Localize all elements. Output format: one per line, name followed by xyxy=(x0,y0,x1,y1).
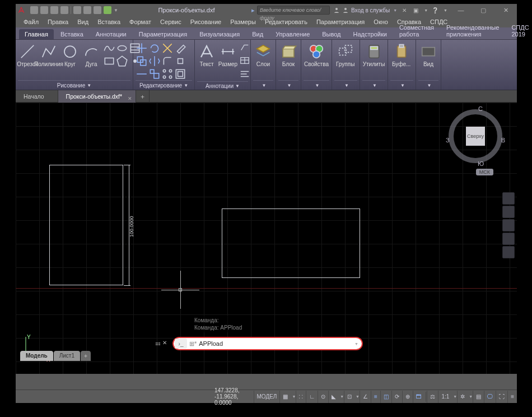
view-button[interactable]: Вид xyxy=(418,42,438,68)
menu-view[interactable]: Вид xyxy=(73,16,93,27)
tab-addons[interactable]: Надстройки xyxy=(348,29,393,39)
search-icon[interactable]: ▸ xyxy=(251,7,255,14)
close-button[interactable]: ✕ xyxy=(494,4,517,16)
apps-icon[interactable]: ▣ xyxy=(412,6,419,14)
rect-icon[interactable] xyxy=(103,55,115,67)
qat-redo-icon[interactable] xyxy=(94,6,101,14)
nav-showmotion-icon[interactable] xyxy=(502,246,515,258)
annoscale-icon[interactable]: ⚖ xyxy=(427,391,438,403)
qat-share-icon[interactable] xyxy=(104,6,111,14)
exchange-icon[interactable]: ✕ xyxy=(400,6,408,14)
doctab-add[interactable]: ＋ xyxy=(136,90,150,103)
menu-dim[interactable]: Размеры xyxy=(226,16,260,27)
tab-home[interactable]: Главная xyxy=(19,29,54,39)
mirror-icon[interactable] xyxy=(148,55,161,67)
gear-icon[interactable]: ✲ xyxy=(457,391,468,403)
panel-draw-label[interactable]: Рисование▼ xyxy=(18,80,130,90)
viewcube-north[interactable]: С xyxy=(478,105,483,112)
qat-plot-icon[interactable] xyxy=(73,6,81,14)
text-button[interactable]: Текст xyxy=(197,42,216,68)
spline-icon[interactable] xyxy=(103,42,115,54)
trim-icon[interactable] xyxy=(161,42,174,54)
tab-annot[interactable]: Аннотации xyxy=(90,29,132,39)
scale-readout[interactable]: 1:1 xyxy=(438,391,452,403)
scale-icon[interactable] xyxy=(148,68,161,80)
tab-output[interactable]: Вывод xyxy=(316,29,346,39)
offset-icon[interactable] xyxy=(174,68,186,80)
viewcube-south[interactable]: Ю xyxy=(478,160,484,167)
monitor-icon[interactable]: 🖵 xyxy=(484,391,496,403)
groups-button[interactable]: Группы xyxy=(334,42,356,68)
drag-handle-icon[interactable] xyxy=(156,339,161,349)
qat-open-icon[interactable] xyxy=(40,6,48,14)
search-input[interactable]: Введите ключевое слово/фразу xyxy=(257,6,330,15)
quickprops-icon[interactable]: 🗔 xyxy=(413,391,424,403)
viewcube[interactable]: Сверху С Ю В З xyxy=(447,108,503,164)
lineweight-icon[interactable]: ≡ xyxy=(371,391,380,403)
nav-pan-icon[interactable] xyxy=(502,206,515,218)
layout-tab-add[interactable]: ＋ xyxy=(81,351,91,361)
dyn-input-icon[interactable]: ⊕ xyxy=(402,391,413,403)
signin-button[interactable]: Вход в службы▼ xyxy=(330,7,400,13)
fillet-icon[interactable] xyxy=(161,55,174,67)
cycling-icon[interactable]: ⟳ xyxy=(391,391,402,403)
menu-param[interactable]: Параметризация xyxy=(312,16,369,27)
copy-icon[interactable] xyxy=(136,55,148,67)
table-icon[interactable] xyxy=(240,55,250,68)
menu-format[interactable]: Формат xyxy=(125,16,156,27)
osnap-toggle-icon[interactable]: ⊡ xyxy=(344,391,354,403)
panel-annot-label[interactable]: Аннотации▼ xyxy=(197,81,248,90)
arc-button[interactable]: Дуга xyxy=(82,42,101,68)
menu-modify[interactable]: Редактировать xyxy=(260,16,312,27)
nav-wheel-icon[interactable] xyxy=(502,192,515,205)
array-icon[interactable] xyxy=(161,68,174,80)
utils-button[interactable]: Утилиты xyxy=(362,42,385,68)
tab-insert[interactable]: Вставка xyxy=(55,29,89,39)
viewcube-west[interactable]: З xyxy=(446,137,450,143)
poly-icon[interactable] xyxy=(116,55,128,67)
clean-screen-icon[interactable]: ⛶ xyxy=(496,391,507,403)
layout-tab-model[interactable]: Модель xyxy=(20,351,53,361)
workspace-icon[interactable]: ▤ xyxy=(473,391,484,403)
viewcube-wcs[interactable]: МСК xyxy=(476,169,493,175)
tab-visual[interactable]: Визуализация xyxy=(194,29,245,39)
nav-zoom-icon[interactable] xyxy=(502,219,515,231)
polar-toggle-icon[interactable]: ⊙ xyxy=(318,391,328,403)
layout-tab-sheet1[interactable]: Лист1 xyxy=(54,351,80,361)
cmdline-prompt-icon[interactable]: ›_ xyxy=(175,339,187,349)
ortho-toggle-icon[interactable]: ∟ xyxy=(306,391,318,403)
doctab-file[interactable]: Прокси-объекты.dxf*✕ xyxy=(58,90,137,103)
help-icon[interactable]: ❔ xyxy=(431,6,439,14)
tab-manage[interactable]: Управление xyxy=(270,29,315,39)
polyline-button[interactable]: Полилиния xyxy=(39,42,58,68)
cmdline-close-icon[interactable]: ✕ xyxy=(162,340,167,346)
tab-featured[interactable]: Рекомендованные приложения xyxy=(441,22,505,39)
circle-button[interactable]: Круг xyxy=(60,42,80,68)
maximize-button[interactable]: ▢ xyxy=(472,4,494,16)
qat-save-icon[interactable] xyxy=(50,6,58,14)
leader-icon[interactable] xyxy=(240,42,250,54)
command-input[interactable] xyxy=(199,340,352,347)
model-space-button[interactable]: МОДЕЛ xyxy=(254,391,280,403)
qat-saveas-icon[interactable] xyxy=(60,6,68,14)
tab-spds[interactable]: СПДС 2019 xyxy=(506,22,532,39)
qat-undo-icon[interactable] xyxy=(83,6,91,14)
doctab-start[interactable]: Начало xyxy=(16,90,58,103)
ellipse-icon[interactable] xyxy=(116,42,128,54)
transparency-icon[interactable]: ◫ xyxy=(380,391,391,403)
props-button[interactable]: Свойства xyxy=(304,42,329,68)
nav-orbit-icon[interactable] xyxy=(502,233,515,245)
move-icon[interactable] xyxy=(136,42,148,54)
stretch-icon[interactable] xyxy=(136,68,148,80)
tab-view[interactable]: Вид xyxy=(246,29,269,39)
tab-param[interactable]: Параметризация xyxy=(133,29,193,39)
otrack-toggle-icon[interactable]: ∠ xyxy=(360,391,371,403)
command-line[interactable]: ✕ ›_ ⊞* ▼ xyxy=(172,337,363,350)
menu-tools[interactable]: Сервис xyxy=(156,16,186,27)
panel-modify-label[interactable]: Редактирование▼ xyxy=(136,80,192,90)
explode-icon[interactable] xyxy=(174,55,186,67)
drawing-canvas[interactable]: 100.0000 Y X Сверху С Ю В З xyxy=(16,103,517,374)
layers-button[interactable]: Слои xyxy=(253,42,273,68)
viewcube-east[interactable]: В xyxy=(501,137,505,143)
block-button[interactable]: Блок xyxy=(278,42,298,68)
